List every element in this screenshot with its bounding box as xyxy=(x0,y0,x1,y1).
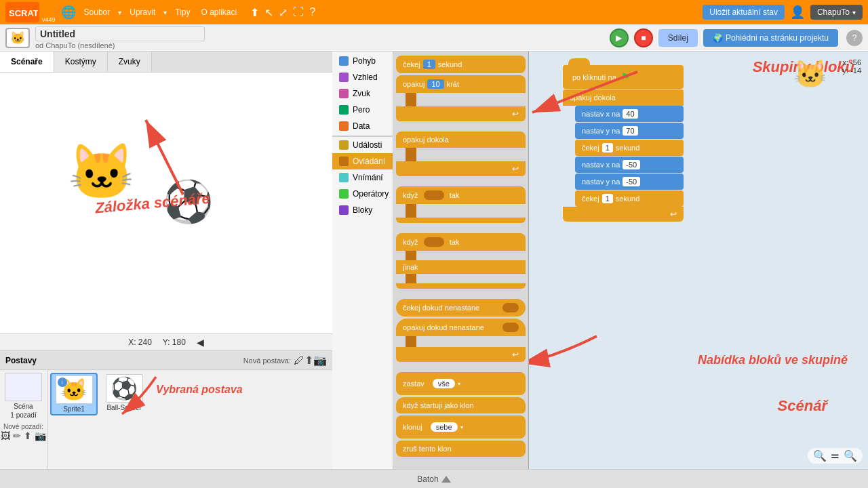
category-pohyb[interactable]: Pohyb xyxy=(332,53,393,69)
block-cekej[interactable]: čekej 1 sekund xyxy=(396,56,526,73)
sprite1-thumb: i 🐱 xyxy=(56,375,93,404)
svg-text:SCRATCH: SCRATCH xyxy=(9,8,38,18)
cekej-2-val[interactable]: 1 xyxy=(602,194,613,203)
loop-end-icon: ↩ xyxy=(670,209,677,219)
nastav-x-m50-val[interactable]: -50 xyxy=(623,160,640,169)
green-flag-button[interactable] xyxy=(610,28,629,47)
new-sprite-label: Nová postava: xyxy=(243,357,291,365)
nastav-y-m50-text: nastav y na xyxy=(582,178,620,186)
category-zvuk[interactable]: Zvuk xyxy=(332,85,393,102)
tips-menu[interactable]: Tipy xyxy=(172,7,193,17)
script-nastav-y-m50[interactable]: nastav y na -50 xyxy=(575,174,684,190)
draw-sprite-icon[interactable]: 🖊 xyxy=(294,354,304,367)
nastav-y-m50-val[interactable]: -50 xyxy=(623,177,640,186)
tab-scene[interactable]: Scénaře xyxy=(0,52,54,72)
edit-menu[interactable]: Upravit xyxy=(127,7,158,17)
opakuj-val[interactable]: 10 xyxy=(427,79,443,89)
script-nastav-x-m50[interactable]: nastav x na -50 xyxy=(575,157,684,173)
block-kdyz-tak[interactable]: když tak xyxy=(396,186,526,204)
nastav-x-40-text: nastav x na xyxy=(582,110,620,118)
camera-sprite-icon[interactable]: 📷 xyxy=(313,354,327,367)
save-button[interactable]: Uložit aktuální stav xyxy=(703,5,785,20)
new-bg-upload-icon[interactable]: ⬆ xyxy=(24,430,32,441)
chaputo-button[interactable]: ChapuTo▾ xyxy=(810,5,863,20)
stage-side: Scénaře Kostýmy Zvuky 🐱 ⚽ Záložka scénář… xyxy=(0,52,332,469)
category-pohyb-label: Pohyb xyxy=(353,56,376,66)
script-nastav-y-70[interactable]: nastav y na 70 xyxy=(575,123,684,139)
script-loop-block[interactable]: opakuj dokola xyxy=(563,89,684,106)
project-title-input[interactable] xyxy=(35,26,205,41)
scene-thumb[interactable] xyxy=(5,373,42,401)
nastav-y-70-val[interactable]: 70 xyxy=(623,126,637,136)
share-button[interactable]: Sdílej xyxy=(658,29,698,47)
sprite-info-badge: i xyxy=(58,378,67,387)
block-kdyz-tak-container: když tak xyxy=(396,186,526,223)
category-vzhled[interactable]: Vzhled xyxy=(332,69,393,85)
group-ovladani[interactable]: Ovládání xyxy=(332,153,393,169)
about-menu[interactable]: O aplikaci xyxy=(198,7,239,17)
tab-costumes[interactable]: Kostýmy xyxy=(54,52,108,72)
scratch-logo: SCRATCH xyxy=(5,2,39,22)
new-bg-section: Nové pozadí: 🖼 ✏ ⬆ 📷 xyxy=(1,423,46,441)
help-button[interactable]: ? xyxy=(846,30,863,46)
opakuj-suffix: krát xyxy=(447,80,459,88)
zoom-out-icon[interactable]: 🔍 xyxy=(813,449,827,462)
tab-sounds[interactable]: Zvuky xyxy=(108,52,152,72)
script-cekej-2[interactable]: čekej 1 sekund xyxy=(575,190,684,207)
expand-icon[interactable]: ⤢ xyxy=(279,6,288,19)
block-opakuj-dokud[interactable]: opakuj dokud nenastane xyxy=(396,319,526,336)
category-data[interactable]: Data xyxy=(332,118,393,134)
script-nastav-x-40[interactable]: nastav x na 40 xyxy=(575,106,684,122)
question-icon[interactable]: ? xyxy=(309,6,315,18)
sprites-title: Postavy xyxy=(5,356,243,365)
klonuj-val: sebe xyxy=(431,422,458,432)
cat-sprite[interactable]: 🐱 xyxy=(68,140,136,204)
upload-sprite-icon[interactable]: ⬆ xyxy=(304,354,313,367)
block-opakuj-dokola-container: opakuj dokola ↩ xyxy=(396,131,526,176)
new-bg-image-icon[interactable]: 🖼 xyxy=(1,430,10,441)
cekej-1-val[interactable]: 1 xyxy=(602,143,613,152)
block-klonuj[interactable]: klonuj sebe ▾ xyxy=(396,415,526,439)
upload-icon[interactable]: ⬆ xyxy=(250,6,259,19)
sprites-content: Scéna 1 pozadí Nové pozadí: 🖼 ✏ ⬆ 📷 xyxy=(0,370,332,469)
group-operatory[interactable]: Operátory xyxy=(332,186,393,202)
sprite-item-soccer[interactable]: ⚽ Ball-Soccer xyxy=(100,373,148,413)
block-kdyz-jinak[interactable]: když tak xyxy=(396,233,526,251)
zastav-dropdown[interactable]: vše ▾ xyxy=(427,376,466,391)
zoom-reset-icon[interactable]: ⚌ xyxy=(831,449,840,462)
batch-expand-icon[interactable] xyxy=(441,476,451,483)
project-owner: od ChapuTo (nesdílené) xyxy=(35,41,604,49)
globe-icon[interactable]: 🌐 xyxy=(61,5,76,20)
block-kdyz-startuji[interactable]: když startuji jako klon xyxy=(396,397,526,413)
stop-button[interactable] xyxy=(634,28,653,47)
file-menu[interactable]: Soubor xyxy=(81,7,113,17)
expand-stage-icon[interactable]: ◀ xyxy=(197,337,204,348)
new-bg-camera-icon[interactable]: 📷 xyxy=(35,430,46,441)
opakuj-dokola-text: opakuj dokola xyxy=(403,136,449,144)
script-cekej-1[interactable]: čekej 1 sekund xyxy=(575,140,684,156)
block-cekej-val[interactable]: 1 xyxy=(423,60,435,69)
klonuj-dropdown[interactable]: sebe ▾ xyxy=(425,420,469,434)
hat-block[interactable]: po kliknutí na ⚑ xyxy=(563,65,684,89)
block-zrus-klon[interactable]: zruš tento klon xyxy=(396,441,526,457)
block-opakuj-krat[interactable]: opakuj 10 krát xyxy=(396,75,526,93)
nastav-x-40-val[interactable]: 40 xyxy=(623,109,637,119)
group-vnimani[interactable]: Vnímání xyxy=(332,169,393,186)
group-udalosti[interactable]: Události xyxy=(332,137,393,153)
hat-text: po kliknutí na xyxy=(572,73,616,81)
zoom-in-icon[interactable]: 🔍 xyxy=(844,449,857,462)
zastav-text: zastav xyxy=(403,380,425,388)
fullscreen-icon[interactable]: ⛶ xyxy=(293,6,304,18)
group-bloky[interactable]: Bloky xyxy=(332,202,393,218)
block-opakuj-dokola[interactable]: opakuj dokola xyxy=(396,131,526,148)
block-cekej-dokud[interactable]: čekej dokud nenastane xyxy=(396,299,526,317)
soccer-sprite[interactable]: ⚽ xyxy=(163,178,214,226)
view-page-button[interactable]: 🌍 Pohlédni na stránku projektu xyxy=(703,29,838,47)
cursor-icon[interactable]: ↖ xyxy=(264,6,273,19)
category-pero[interactable]: Pero xyxy=(332,102,393,118)
new-bg-draw-icon[interactable]: ✏ xyxy=(13,430,21,441)
opakuj-text: opakuj xyxy=(403,80,425,88)
block-zastav[interactable]: zastav vše ▾ xyxy=(396,372,526,395)
sprite-item-sprite1[interactable]: i 🐱 Sprite1 xyxy=(50,373,98,415)
coord-x-display: x: -56 xyxy=(842,58,861,66)
